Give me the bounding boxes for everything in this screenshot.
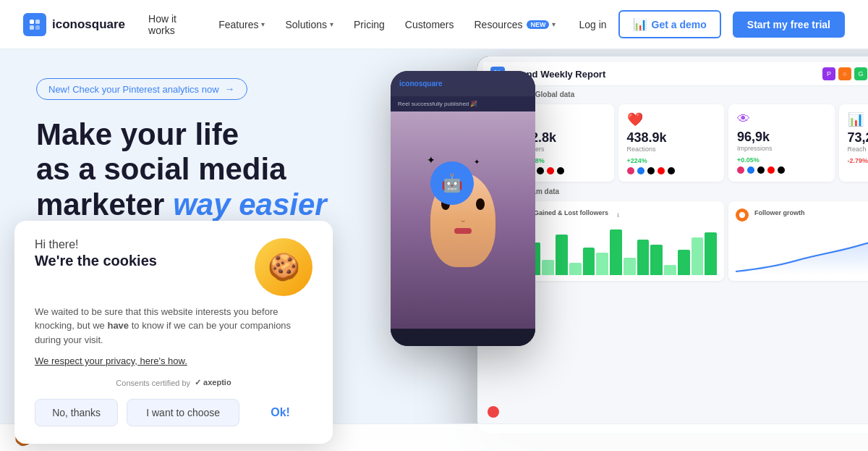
charts-row: Gained & Lost followers ℹ — [508, 201, 868, 281]
bar-9 — [624, 258, 636, 276]
demo-button[interactable]: 📊 Get a demo — [618, 10, 721, 38]
demo-icon: 📊 — [633, 17, 647, 31]
bar-8 — [610, 229, 622, 275]
bar-13 — [678, 250, 690, 275]
phone-person-image — [391, 111, 535, 329]
bar-6 — [583, 248, 595, 276]
nav-item-resources[interactable]: Resources NEW ▾ — [475, 19, 556, 30]
bar-10 — [637, 240, 650, 275]
svg-rect-1 — [35, 20, 40, 24]
impressions-label: Impressions — [737, 145, 826, 152]
reactions-value: 438.9k — [627, 130, 716, 146]
cookie-title: We're the cookies — [35, 253, 246, 269]
arrow-icon: → — [225, 83, 235, 95]
login-button[interactable]: Log in — [579, 19, 606, 30]
impressions-value: 96,9k — [737, 130, 826, 145]
phone-notification: Reel successfully published 🎉 — [391, 96, 535, 111]
sidebar-alert — [488, 406, 499, 418]
section-instagram-title: Instagram data — [508, 187, 868, 195]
metric-impressions: 👁 96,9k Impressions +0.05% — [728, 104, 835, 182]
hero-right: iconosquare Reel successfully published … — [362, 49, 868, 451]
reach-change: -2.79% — [848, 157, 869, 164]
yt-dot — [547, 167, 554, 174]
platform-g-icon: G — [854, 67, 867, 80]
bar-5 — [569, 263, 582, 276]
platform-p-icon: P — [822, 67, 835, 80]
bar-3 — [542, 260, 554, 275]
svg-point-9 — [739, 212, 745, 218]
gained-chart-title: Gained & Lost followers — [534, 209, 608, 216]
nav-item-how-it-works[interactable]: How it works — [148, 13, 198, 36]
platform-icons: P ○ G B — [822, 67, 868, 80]
tablet-mockup: Brand Weekly Report P ○ G B 30/11/2023 -… — [477, 56, 868, 433]
line-chart-svg — [736, 224, 868, 275]
nav-item-features[interactable]: Features ▾ — [218, 19, 265, 30]
svg-rect-3 — [35, 25, 40, 30]
reactions-label: Reactions — [627, 146, 716, 153]
cookie-buttons: No, thanks I want to choose Ok! — [35, 399, 312, 426]
hero-badge[interactable]: New! Check your Pinterest analytics now … — [36, 78, 247, 100]
mascot: ✦ ✦ 🤖 — [430, 161, 474, 205]
axeptio-logo: ✓ axeptio — [195, 378, 231, 387]
chevron-down-icon: ▾ — [330, 20, 333, 28]
impressions-change: +0.05% — [737, 156, 826, 164]
logo-text: iconosquare — [52, 17, 125, 32]
metric-reactions: ❤️ 438.9k Reactions +224% — [618, 104, 725, 182]
growth-chart-title: Follower growth — [754, 209, 805, 216]
tt-dot — [537, 167, 544, 174]
sparkle-icon: ✦ — [427, 154, 435, 166]
reactions-icon: ❤️ — [627, 111, 716, 127]
new-badge: NEW — [527, 20, 549, 29]
nav-item-solutions[interactable]: Solutions ▾ — [285, 19, 333, 30]
reach-label: Reach — [848, 146, 869, 153]
chevron-down-icon: ▾ — [552, 20, 556, 28]
svg-rect-2 — [30, 25, 34, 30]
follower-growth-chart: Follower growth — [728, 201, 868, 281]
nav-item-customers[interactable]: Customers — [405, 19, 454, 30]
ig-chart2-icon — [736, 208, 749, 222]
no-thanks-button[interactable]: No, thanks — [35, 399, 118, 426]
bar-14 — [692, 237, 704, 276]
mascot-body: 🤖 — [430, 161, 474, 205]
reactions-change: +224% — [627, 157, 716, 164]
bar-7 — [596, 253, 608, 276]
hero-section: New! Check your Pinterest analytics now … — [0, 49, 868, 451]
hero-title: Make your life as a social media markete… — [36, 117, 333, 222]
logo[interactable]: iconosquare — [23, 13, 125, 36]
chevron-down-icon: ▾ — [261, 20, 265, 28]
nav-links: How it works Features ▾ Solutions ▾ Pric… — [148, 13, 556, 36]
svg-rect-0 — [30, 20, 34, 24]
gained-lost-chart: Gained & Lost followers ℹ — [508, 201, 724, 281]
phone-mockup: iconosquare Reel successfully published … — [391, 71, 535, 346]
cookie-top: Hi there! We're the cookies 🍪 — [35, 238, 312, 296]
navbar: iconosquare How it works Features ▾ Solu… — [0, 0, 868, 49]
cookie-image: 🍪 — [255, 238, 312, 296]
trial-button[interactable]: Start my free trial — [733, 12, 845, 38]
cookie-text-area: Hi there! We're the cookies — [35, 238, 246, 278]
impressions-icon: 👁 — [737, 111, 826, 127]
chart-info-icon: ℹ — [617, 212, 619, 219]
bar-chart — [515, 224, 717, 275]
x-dot — [557, 167, 564, 174]
nav-item-pricing[interactable]: Pricing — [354, 19, 385, 30]
cookie-body: We waited to be sure that this website i… — [35, 305, 312, 347]
ok-button[interactable]: Ok! — [248, 399, 312, 426]
nav-right: Log in 📊 Get a demo Start my free trial — [579, 10, 845, 38]
bar-11 — [650, 245, 663, 275]
platform-o-icon: ○ — [838, 67, 851, 80]
cookie-banner: Hi there! We're the cookies 🍪 We waited … — [14, 221, 333, 444]
sparkle-icon-small: ✦ — [474, 158, 480, 166]
section-global-data-title: Brand - Global data — [508, 90, 868, 98]
reach-icon: 📊 — [848, 111, 869, 127]
metric-reach: 📊 73,2k Reach -2.79% — [839, 104, 869, 182]
cookie-greeting: Hi there! — [35, 238, 246, 251]
bar-12 — [664, 265, 676, 275]
metrics-row: 👤 122.8k Followers +%44.8% — [508, 104, 868, 182]
cookie-certified: Consents certified by ✓ axeptio — [35, 378, 312, 387]
bar-15 — [705, 232, 717, 276]
phone-logo: iconosquare — [399, 80, 442, 88]
bar-4 — [556, 235, 568, 275]
choose-button[interactable]: I want to choose — [127, 399, 239, 426]
reach-value: 73,2k — [848, 130, 869, 146]
privacy-link[interactable]: We respect your privacy, here's how. — [35, 355, 312, 366]
